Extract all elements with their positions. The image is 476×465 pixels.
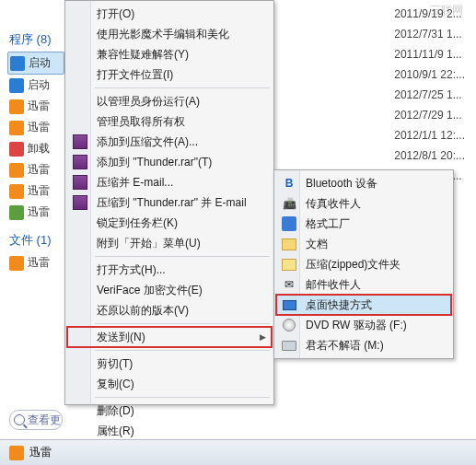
fax-icon: 📠	[283, 197, 296, 210]
date-cell: 2010/9/1 22:...	[394, 64, 465, 85]
sidebar-item-label: 迅雷	[28, 204, 50, 220]
menu-item-label: 属性(R)	[97, 424, 134, 439]
menu-item[interactable]: 锁定到任务栏(K)	[67, 213, 272, 233]
search-icon	[14, 414, 25, 425]
menu-item-label: 压缩到 "Thunder.rar" 并 E-mail	[97, 195, 247, 211]
rar-icon	[73, 134, 87, 149]
menu-item[interactable]: 以管理员身份运行(A)	[67, 91, 272, 111]
details-bar: 迅雷	[0, 439, 476, 465]
app-icon	[9, 78, 24, 93]
zip-icon	[282, 259, 296, 271]
menu-item[interactable]: 还原以前的版本(V)	[67, 300, 272, 320]
sidebar-item[interactable]: 迅雷	[7, 180, 64, 202]
app-icon	[9, 256, 24, 271]
sidebar-item[interactable]: 迅雷	[7, 252, 64, 273]
menu-item[interactable]: 添加到压缩文件(A)...	[67, 132, 272, 152]
menu-item-label: 压缩(zipped)文件夹	[306, 257, 401, 273]
menu-item-label: VeriFace 加密文件(E)	[97, 283, 203, 298]
menu-item-label: 添加到 "Thunder.rar"(T)	[97, 155, 212, 170]
menu-item[interactable]: 打开文件位置(I)	[67, 64, 272, 85]
submenu-item[interactable]: 格式工厂	[276, 214, 451, 234]
menu-item-label: 邮件收件人	[306, 277, 361, 293]
sidebar-item[interactable]: 启动	[7, 52, 64, 75]
context-menu: 打开(O)使用光影魔术手编辑和美化兼容性疑难解答(Y)打开文件位置(I)以管理员…	[64, 0, 274, 405]
menu-item[interactable]: 剪切(T)	[67, 354, 272, 374]
submenu-item[interactable]: DVD RW 驱动器 (F:)	[276, 315, 451, 335]
sidebar-item[interactable]: 迅雷	[7, 159, 64, 180]
menu-item-label: 传真收件人	[306, 196, 361, 212]
menu-item[interactable]: 打开(O)	[67, 4, 272, 24]
menu-separator	[95, 397, 270, 398]
submenu-item[interactable]: BBluetooth 设备	[276, 173, 451, 193]
menu-item[interactable]: 复制(C)	[67, 374, 272, 394]
menu-item[interactable]: 打开方式(H)...	[67, 260, 272, 280]
menu-item[interactable]: 管理员取得所有权	[67, 111, 272, 132]
rar-icon	[73, 195, 87, 210]
app-icon	[9, 446, 24, 460]
menu-item-label: 君若不解语 (M:)	[306, 338, 384, 354]
sidebar-item[interactable]: 迅雷	[7, 202, 64, 223]
formatfactory-icon	[282, 216, 296, 231]
menu-item-label: 附到「开始」菜单(U)	[97, 236, 201, 251]
category-programs: 程序 (8)	[7, 28, 64, 52]
sidebar-item[interactable]: 卸载	[7, 138, 64, 159]
menu-item-label: 打开方式(H)...	[97, 262, 166, 278]
submenu-item[interactable]: 君若不解语 (M:)	[276, 335, 451, 355]
menu-separator	[95, 350, 270, 351]
menu-item-label: 添加到压缩文件(A)...	[97, 134, 198, 150]
date-cell: 2011/9/19 2...	[394, 4, 465, 24]
menu-item-label: 使用光影魔术手编辑和美化	[97, 27, 229, 42]
submenu-item[interactable]: 压缩(zipped)文件夹	[276, 254, 451, 274]
menu-item[interactable]: 发送到(N)	[67, 327, 272, 347]
submenu-item[interactable]: 📠传真收件人	[276, 193, 451, 214]
app-icon	[9, 184, 24, 199]
menu-item[interactable]: 删除(D)	[67, 401, 272, 421]
sidebar-item[interactable]: 启动	[7, 75, 64, 96]
date-cell: 2012/8/1 20:...	[394, 145, 465, 166]
date-column: 2011/9/19 2... 2012/7/31 1... 2011/11/9 …	[394, 4, 465, 186]
menu-item-label: 删除(D)	[97, 403, 134, 419]
menu-item-label: 格式工厂	[306, 216, 350, 232]
menu-item[interactable]: VeriFace 加密文件(E)	[67, 280, 272, 300]
menu-item-label: 兼容性疑难解答(Y)	[97, 47, 189, 63]
search-input[interactable]: 查看更	[9, 410, 63, 430]
submenu-item[interactable]: 文档	[276, 234, 451, 254]
menu-item[interactable]: 兼容性疑难解答(Y)	[67, 44, 272, 64]
sidebar-item[interactable]: 迅雷	[7, 117, 64, 138]
sidebar-item-label: 迅雷	[28, 183, 50, 199]
category-files: 文件 (1)	[7, 228, 64, 252]
menu-item[interactable]: 使用光影魔术手编辑和美化	[67, 24, 272, 44]
date-cell: 2012/7/25 1...	[394, 85, 465, 105]
mail-icon: ✉	[284, 278, 294, 291]
menu-item-label: 锁定到任务栏(K)	[97, 215, 178, 231]
drive-icon	[282, 341, 296, 351]
app-icon	[9, 99, 24, 114]
app-icon	[9, 121, 24, 135]
submenu-item[interactable]: ✉邮件收件人	[276, 274, 451, 295]
menu-item[interactable]: 附到「开始」菜单(U)	[67, 233, 272, 253]
details-title: 迅雷	[29, 445, 52, 460]
rar-icon	[73, 155, 87, 169]
menu-item-label: 还原以前的版本(V)	[97, 303, 189, 319]
menu-item[interactable]: 属性(R)	[67, 421, 272, 441]
folder-icon	[282, 238, 296, 250]
menu-item-label: 打开文件位置(I)	[97, 67, 173, 83]
window: 三联网 DriversBackup 2011/9/19 2... 2012/7/…	[0, 0, 476, 465]
menu-item[interactable]: 添加到 "Thunder.rar"(T)	[67, 152, 272, 172]
sidebar-item[interactable]: 迅雷	[7, 96, 64, 117]
menu-item-label: Bluetooth 设备	[306, 176, 377, 192]
date-cell: 2012/7/29 1...	[394, 105, 465, 125]
app-icon	[9, 142, 24, 157]
sidebar-item-label: 卸载	[28, 141, 50, 157]
search-placeholder: 查看更	[28, 413, 61, 428]
date-cell: 2012/7/31 1...	[394, 24, 465, 44]
menu-item[interactable]: 压缩到 "Thunder.rar" 并 E-mail	[67, 192, 272, 213]
menu-item-label: 发送到(N)	[97, 330, 145, 345]
dvd-icon	[283, 319, 296, 331]
date-cell: 2011/11/9 1...	[394, 44, 465, 64]
submenu-item[interactable]: 桌面快捷方式	[276, 295, 451, 315]
menu-item[interactable]: 压缩并 E-mail...	[67, 172, 272, 192]
context-submenu-sendto: BBluetooth 设备📠传真收件人格式工厂文档压缩(zipped)文件夹✉邮…	[273, 169, 454, 359]
rar-icon	[73, 175, 87, 190]
menu-item-label: 剪切(T)	[97, 356, 133, 372]
